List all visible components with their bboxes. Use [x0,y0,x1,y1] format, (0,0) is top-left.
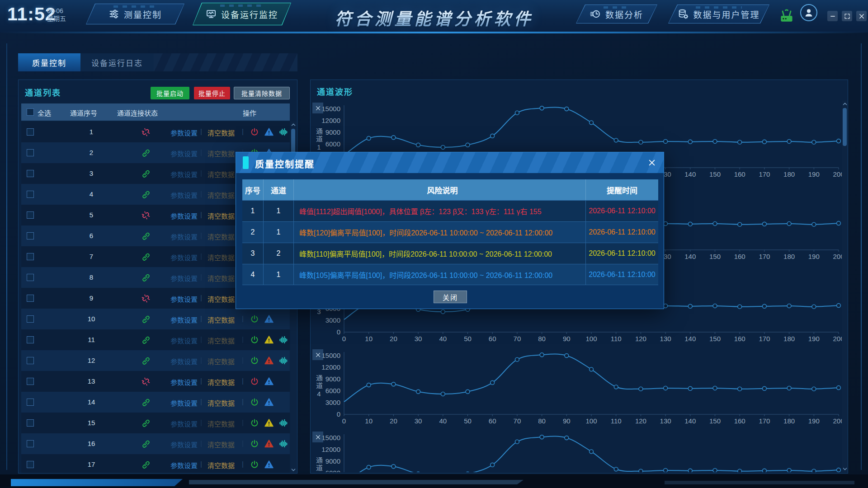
row-checkbox[interactable] [27,440,34,447]
row-checkbox[interactable] [27,399,34,406]
clear-data-link[interactable]: 清空数据 [208,211,235,221]
row-checkbox[interactable] [27,253,34,260]
power-toggle-icon[interactable] [250,314,259,324]
clear-data-link[interactable]: 清空数据 [208,149,235,158]
clear-data-link[interactable]: 清空数据 [208,128,235,137]
row-checkbox[interactable] [27,378,34,385]
scroll-down-icon[interactable] [290,467,296,473]
row-checkbox[interactable] [27,336,34,343]
clear-data-link[interactable]: 清空数据 [208,357,235,366]
params-settings-link[interactable]: 参数设置 [170,128,198,137]
clear-data-link[interactable]: 清空数据 [208,232,235,241]
clear-data-link[interactable]: 清空数据 [208,273,235,283]
warning-icon[interactable] [264,439,274,448]
power-toggle-icon[interactable] [250,335,259,344]
params-settings-link[interactable]: 参数设置 [170,169,198,179]
row-checkbox[interactable] [27,315,34,323]
spectrum-icon[interactable] [279,418,288,427]
scroll-down-icon[interactable] [842,466,848,472]
tab-quality-control[interactable]: 质量控制 [18,53,80,71]
params-settings-link[interactable]: 参数设置 [170,440,198,449]
device-online-icon[interactable] [778,8,795,24]
row-checkbox[interactable] [27,128,34,136]
row-checkbox[interactable] [27,149,34,156]
clear-data-link[interactable]: 清空数据 [208,398,235,408]
warning-icon[interactable] [264,335,274,344]
spectrum-icon[interactable] [279,356,288,365]
params-settings-link[interactable]: 参数设置 [170,232,198,241]
warning-icon[interactable] [264,460,274,469]
warning-icon[interactable] [264,377,274,386]
row-checkbox[interactable] [27,295,34,302]
scrollbar-thumb[interactable] [843,108,847,146]
row-checkbox[interactable] [27,357,34,364]
params-settings-link[interactable]: 参数设置 [170,149,198,158]
warning-icon[interactable] [264,127,274,136]
scroll-up-icon[interactable] [842,101,848,107]
charts-scrollbar[interactable] [842,101,848,472]
minimize-button[interactable] [827,11,838,21]
nav-data-analysis[interactable]: 数据分析 [576,5,657,23]
power-toggle-icon[interactable] [250,127,259,136]
clear-data-link[interactable]: 清空数据 [208,315,235,324]
warning-icon[interactable] [264,314,274,324]
clear-data-link[interactable]: 清空数据 [208,377,235,387]
clear-data-link[interactable]: 清空数据 [208,169,235,179]
chart-close-icon[interactable] [312,349,323,360]
row-checkbox[interactable] [27,170,34,177]
warning-icon[interactable] [264,356,274,365]
params-settings-link[interactable]: 参数设置 [170,398,198,408]
params-settings-link[interactable]: 参数设置 [170,460,198,470]
params-settings-link[interactable]: 参数设置 [170,336,198,345]
params-settings-link[interactable]: 参数设置 [170,377,198,387]
clear-data-link[interactable]: 清空数据 [208,440,235,449]
tab-device-run-log[interactable]: 设备运行日志 [80,53,154,71]
power-toggle-icon[interactable] [250,377,259,386]
scroll-up-icon[interactable] [290,122,296,128]
power-toggle-icon[interactable] [250,418,259,427]
row-checkbox[interactable] [27,419,34,427]
batch-start-button[interactable]: 批量启动 [151,87,189,99]
spectrum-icon[interactable] [279,439,288,448]
maximize-button[interactable] [842,11,852,21]
params-settings-link[interactable]: 参数设置 [170,190,198,200]
batch-stop-button[interactable]: 批量停止 [194,87,230,99]
power-toggle-icon[interactable] [250,356,259,365]
user-avatar[interactable] [800,4,817,21]
power-toggle-icon[interactable] [250,439,259,448]
params-settings-link[interactable]: 参数设置 [170,419,198,428]
batch-clear-button[interactable]: 批量清除数据 [234,87,290,99]
clear-data-link[interactable]: 清空数据 [208,460,235,470]
clear-data-link[interactable]: 清空数据 [208,294,235,304]
modal-close-icon[interactable] [646,157,657,168]
warning-icon[interactable] [264,418,274,427]
clear-data-link[interactable]: 清空数据 [208,336,235,345]
row-checkbox[interactable] [27,211,34,219]
chart-close-icon[interactable] [312,432,323,442]
params-settings-link[interactable]: 参数设置 [170,273,198,283]
row-checkbox[interactable] [27,191,34,198]
nav-measure-control[interactable]: 测量控制 [86,4,184,24]
modal-close-button[interactable]: 关闭 [434,291,467,303]
nav-data-user-mgmt[interactable]: 数据与用户管理 [668,5,769,23]
nav-device-monitor[interactable]: 设备运行监控 [193,3,291,25]
clear-data-link[interactable]: 清空数据 [208,253,235,262]
spectrum-icon[interactable] [279,335,288,344]
power-toggle-icon[interactable] [250,460,259,469]
chart-close-icon[interactable] [312,103,323,113]
warning-icon[interactable] [264,398,274,407]
close-window-button[interactable] [856,11,867,21]
select-all-checkbox[interactable] [27,108,34,116]
spectrum-icon[interactable] [279,127,288,136]
row-checkbox[interactable] [27,274,34,281]
row-checkbox[interactable] [27,232,34,239]
row-checkbox[interactable] [27,461,34,468]
params-settings-link[interactable]: 参数设置 [170,294,198,304]
params-settings-link[interactable]: 参数设置 [170,357,198,366]
params-settings-link[interactable]: 参数设置 [170,211,198,221]
clear-data-link[interactable]: 清空数据 [208,419,235,428]
params-settings-link[interactable]: 参数设置 [170,253,198,262]
power-toggle-icon[interactable] [250,398,259,407]
params-settings-link[interactable]: 参数设置 [170,315,198,324]
clear-data-link[interactable]: 清空数据 [208,190,235,200]
